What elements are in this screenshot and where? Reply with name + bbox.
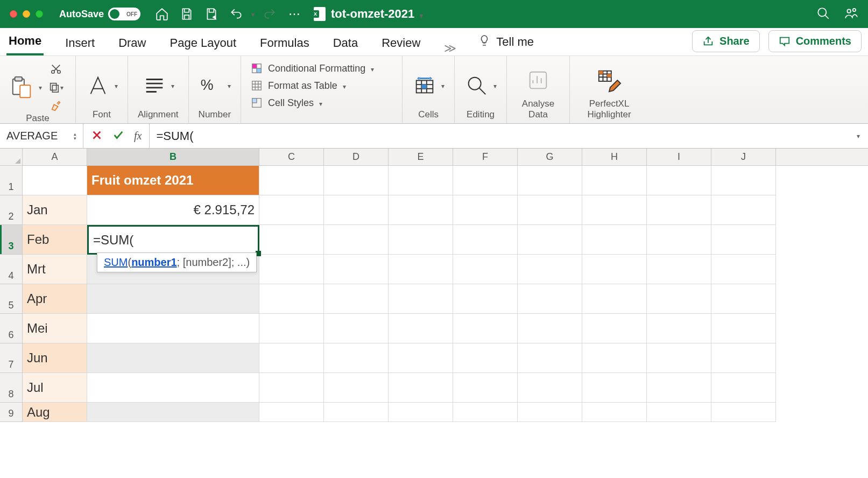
cell-I3[interactable] <box>647 225 711 255</box>
paste-dropdown[interactable] <box>39 83 42 92</box>
share-button[interactable]: Share <box>692 30 760 52</box>
cell-G4[interactable] <box>518 255 582 284</box>
cell-J8[interactable] <box>711 373 776 403</box>
cell-I8[interactable] <box>647 373 711 403</box>
cell-G3[interactable] <box>518 225 582 255</box>
cell-E7[interactable] <box>389 343 453 373</box>
cell-A8[interactable]: Jul <box>23 373 87 403</box>
cells-button[interactable] <box>412 73 437 98</box>
cell-E5[interactable] <box>389 284 453 314</box>
format-table-dropdown[interactable] <box>343 80 346 92</box>
cell-J4[interactable] <box>711 255 776 284</box>
column-header-G[interactable]: G <box>518 149 582 165</box>
cell-B8[interactable] <box>87 373 259 403</box>
alignment-dropdown[interactable] <box>171 81 174 90</box>
cell-D5[interactable] <box>324 284 389 314</box>
row-header-3[interactable]: 3 <box>0 225 23 255</box>
cell-E2[interactable] <box>389 195 453 225</box>
cell-F4[interactable] <box>453 255 518 284</box>
cell-D9[interactable] <box>324 403 389 422</box>
cell-C7[interactable] <box>259 343 324 373</box>
home-icon[interactable] <box>152 4 172 24</box>
column-header-I[interactable]: I <box>647 149 711 165</box>
search-icon[interactable] <box>816 6 830 22</box>
cell-A5[interactable]: Apr <box>23 284 87 314</box>
cell-B2[interactable]: € 2.915,72 <box>87 195 259 225</box>
font-dropdown[interactable] <box>115 81 118 90</box>
row-header-5[interactable]: 5 <box>0 284 23 314</box>
column-header-E[interactable]: E <box>389 149 453 165</box>
row-header-2[interactable]: 2 <box>0 195 23 225</box>
fx-icon[interactable]: fx <box>134 130 142 142</box>
autosave-toggle[interactable]: OFF <box>108 8 140 20</box>
tab-formulas[interactable]: Formulas <box>258 31 312 55</box>
cell-J3[interactable] <box>711 225 776 255</box>
tell-me[interactable]: Tell me <box>476 29 536 55</box>
row-header-9[interactable]: 9 <box>0 403 23 422</box>
cell-J7[interactable] <box>711 343 776 373</box>
undo-dropdown[interactable] <box>251 10 255 18</box>
analyse-data-button[interactable] <box>526 68 551 93</box>
column-header-B[interactable]: B <box>87 149 259 165</box>
cell-styles-button[interactable]: Cell Styles <box>251 96 392 110</box>
cell-I2[interactable] <box>647 195 711 225</box>
select-all-corner[interactable] <box>0 149 23 165</box>
cell-E1[interactable] <box>389 166 453 195</box>
formula-input[interactable] <box>149 124 849 148</box>
tooltip-active-arg[interactable]: number1 <box>131 256 177 268</box>
cell-I1[interactable] <box>647 166 711 195</box>
spreadsheet-grid[interactable]: ABCDEFGHIJ 1Fruit omzet 20212Jan€ 2.915,… <box>0 149 868 422</box>
cell-J1[interactable] <box>711 166 776 195</box>
format-as-table-button[interactable]: Format as Table <box>251 79 392 93</box>
copy-button[interactable] <box>46 80 66 95</box>
row-header-4[interactable]: 4 <box>0 255 23 284</box>
cell-A6[interactable]: Mei <box>23 314 87 343</box>
cell-G8[interactable] <box>518 373 582 403</box>
cell-E4[interactable] <box>389 255 453 284</box>
cell-D6[interactable] <box>324 314 389 343</box>
comments-button[interactable]: Comments <box>768 30 862 52</box>
cell-F9[interactable] <box>453 403 518 422</box>
cell-G1[interactable] <box>518 166 582 195</box>
cell-J5[interactable] <box>711 284 776 314</box>
tabs-overflow-icon[interactable]: ≫ <box>444 41 456 55</box>
cell-styles-dropdown[interactable] <box>319 97 322 109</box>
share-people-icon[interactable] <box>844 6 858 22</box>
editing-button[interactable] <box>464 73 489 98</box>
formula-bar-expand[interactable]: ▾ <box>849 124 868 148</box>
row-header-7[interactable]: 7 <box>0 343 23 373</box>
redo-icon[interactable] <box>260 4 279 24</box>
cell-B9[interactable] <box>87 403 259 422</box>
column-header-F[interactable]: F <box>453 149 518 165</box>
cell-G6[interactable] <box>518 314 582 343</box>
cell-G7[interactable] <box>518 343 582 373</box>
cell-H9[interactable] <box>582 403 647 422</box>
cell-G9[interactable] <box>518 403 582 422</box>
cell-D8[interactable] <box>324 373 389 403</box>
cell-C1[interactable] <box>259 166 324 195</box>
cell-J9[interactable] <box>711 403 776 422</box>
cell-H8[interactable] <box>582 373 647 403</box>
cell-F3[interactable] <box>453 225 518 255</box>
cell-H5[interactable] <box>582 284 647 314</box>
maximize-window-button[interactable] <box>36 10 43 18</box>
name-box-stepper[interactable]: ▴▾ <box>74 132 76 140</box>
tooltip-fn[interactable]: SUM <box>104 256 128 268</box>
cell-C3[interactable] <box>259 225 324 255</box>
cell-H1[interactable] <box>582 166 647 195</box>
cell-C5[interactable] <box>259 284 324 314</box>
cell-D2[interactable] <box>324 195 389 225</box>
column-header-C[interactable]: C <box>259 149 324 165</box>
cell-E6[interactable] <box>389 314 453 343</box>
minimize-window-button[interactable] <box>23 10 30 18</box>
save-as-icon[interactable] <box>202 4 221 24</box>
cell-J6[interactable] <box>711 314 776 343</box>
cell-D7[interactable] <box>324 343 389 373</box>
cancel-formula-button[interactable] <box>91 129 103 143</box>
tab-review[interactable]: Review <box>379 31 422 55</box>
cell-I5[interactable] <box>647 284 711 314</box>
number-dropdown[interactable] <box>228 81 231 90</box>
number-button[interactable]: % <box>199 73 223 98</box>
cells-dropdown[interactable] <box>441 81 444 90</box>
cell-F5[interactable] <box>453 284 518 314</box>
